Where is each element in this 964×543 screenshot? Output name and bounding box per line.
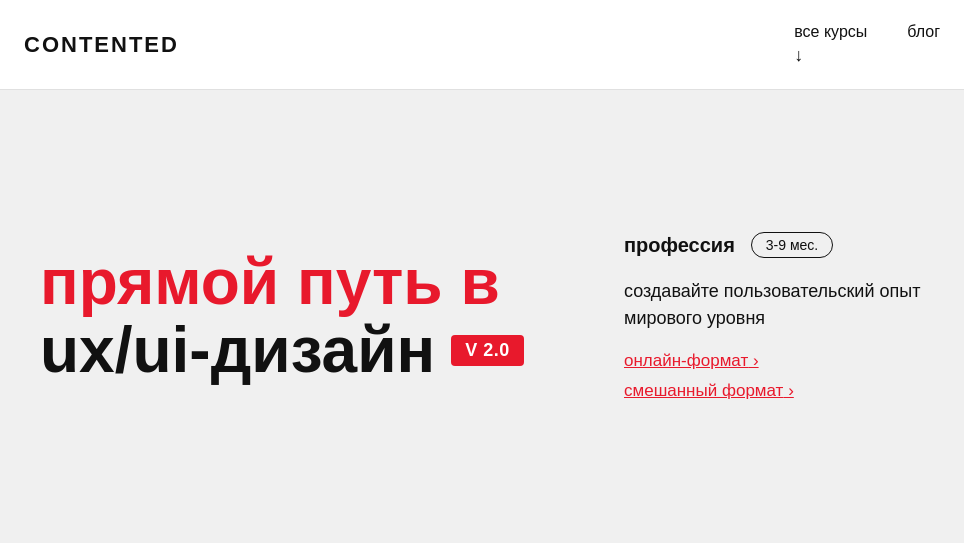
hero-left: прямой путь в ux/ui-дизайн V 2.0 (40, 249, 544, 383)
hero-title-line2-text: ux/ui-дизайн (40, 317, 435, 384)
profession-header: профессия 3-9 мес. (624, 232, 924, 258)
nav-blog-label[interactable]: блог (907, 23, 940, 41)
duration-badge: 3-9 мес. (751, 232, 833, 258)
hero-section: прямой путь в ux/ui-дизайн V 2.0 професс… (0, 90, 964, 543)
hero-right: профессия 3-9 мес. создавайте пользовате… (624, 232, 924, 400)
profession-label: профессия (624, 234, 735, 257)
hero-links: онлайн-формат смешанный формат (624, 351, 924, 401)
hero-description: создавайте пользовательский опыт мировог… (624, 278, 924, 330)
mixed-format-link[interactable]: смешанный формат (624, 381, 924, 401)
header: CONTENTED все курсы ↓ блог (0, 0, 964, 90)
nav-all-courses[interactable]: все курсы ↓ (794, 23, 867, 66)
hero-title-line1: прямой путь в (40, 249, 544, 316)
nav-blog[interactable]: блог (907, 23, 940, 41)
online-format-link[interactable]: онлайн-формат (624, 351, 924, 371)
version-badge: V 2.0 (451, 335, 524, 366)
hero-title-line2: ux/ui-дизайн V 2.0 (40, 317, 544, 384)
logo[interactable]: CONTENTED (24, 32, 179, 58)
nav-all-courses-label[interactable]: все курсы (794, 23, 867, 41)
nav-all-courses-arrow: ↓ (794, 45, 803, 66)
nav: все курсы ↓ блог (794, 23, 940, 66)
hero-title: прямой путь в ux/ui-дизайн V 2.0 (40, 249, 544, 383)
